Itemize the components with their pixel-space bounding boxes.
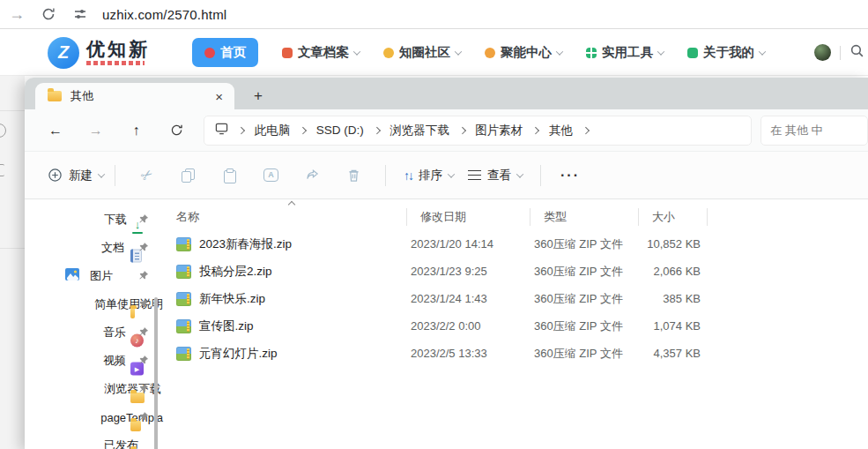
file-date: 2023/1/20 14:14: [407, 237, 530, 251]
copy-icon: [182, 168, 195, 183]
nav-label: 首页: [220, 44, 246, 61]
breadcrumb-browser-downloads[interactable]: 浏览器下载: [389, 123, 449, 138]
sidebar-item-pictures[interactable]: 图片: [25, 262, 163, 290]
chevron-right-icon: [459, 127, 466, 134]
chevron-down-icon: [353, 48, 360, 55]
sidebar-scrollbar[interactable]: [154, 297, 158, 449]
chevron-down-icon: [455, 48, 462, 55]
copy-button[interactable]: [167, 168, 209, 183]
divider: [0, 248, 25, 249]
file-size: 2,066 KB: [639, 265, 708, 278]
explorer-tab[interactable]: 其他 ×: [35, 83, 234, 109]
sidebar-label: 视频: [103, 353, 126, 369]
more-options-button[interactable]: ···: [560, 168, 580, 183]
main-nav: 首页 文章档案 知圈社区 聚能中心 实用工具: [192, 38, 765, 67]
explorer-tab-bar: 其他 × +: [25, 78, 868, 109]
file-row[interactable]: 2023新春海报.zip 2023/1/20 14:14 360压缩 ZIP 文…: [163, 230, 868, 258]
nav-item-hub[interactable]: 聚能中心: [485, 44, 562, 61]
nav-item-community[interactable]: 知圈社区: [383, 44, 461, 61]
divider: [540, 165, 541, 186]
tab-title: 其他: [70, 88, 204, 104]
sidebar-item-browser-downloads[interactable]: 浏览器下载: [25, 375, 163, 403]
breadcrumb-this-pc[interactable]: 此电脑: [255, 123, 291, 138]
sidebar-label: 文档: [101, 240, 124, 256]
chevron-right-icon: [532, 127, 539, 134]
sidebar-item-manual[interactable]: 简单使用说明: [25, 290, 163, 318]
paste-button[interactable]: [209, 168, 250, 183]
refresh-icon[interactable]: [165, 123, 188, 138]
divider: [707, 208, 708, 226]
file-row[interactable]: 宣传图.zip 2023/2/2 0:00 360压缩 ZIP 文件 1,074…: [163, 312, 868, 340]
tools-grid-icon: [586, 48, 597, 58]
search-icon[interactable]: [849, 43, 864, 62]
nav-item-tools[interactable]: 实用工具: [586, 44, 664, 61]
avatar[interactable]: [814, 44, 831, 61]
command-bar: 新建 ✂ ↑↓ 排序: [25, 152, 868, 199]
file-type: 360压缩 ZIP 文件: [530, 291, 639, 307]
sidebar-item-documents[interactable]: 文档: [25, 234, 163, 262]
url-field[interactable]: uzhix.com/2570.html: [102, 7, 226, 22]
sidebar-label: 音乐: [103, 325, 126, 340]
sidebar-item-videos[interactable]: 视频: [25, 347, 163, 375]
delete-button[interactable]: [333, 168, 375, 183]
breadcrumb[interactable]: 此电脑 SSD (D:) 浏览器下载 图片素材 其他: [204, 116, 752, 146]
logo-text: 优知新: [86, 40, 150, 58]
file-name: 宣传图.zip: [199, 318, 254, 334]
column-header-type[interactable]: 类型: [530, 204, 639, 230]
forward-icon[interactable]: →: [85, 123, 108, 138]
back-icon[interactable]: ←: [44, 123, 67, 138]
nav-label: 知圈社区: [399, 44, 450, 61]
column-label: 名称: [176, 209, 199, 225]
file-row[interactable]: 投稿分层2.zip 2023/1/23 9:25 360压缩 ZIP 文件 2,…: [163, 258, 868, 285]
view-button[interactable]: 查看: [468, 168, 523, 183]
new-button[interactable]: 新建: [48, 168, 104, 183]
chevron-right-icon: [582, 127, 590, 134]
nav-item-home[interactable]: 首页: [192, 38, 258, 67]
file-row[interactable]: 元宵幻灯片.zip 2023/2/5 13:33 360压缩 ZIP 文件 4,…: [163, 340, 868, 367]
sort-button[interactable]: ↑↓ 排序: [404, 168, 454, 183]
up-icon[interactable]: ↑: [125, 123, 148, 138]
file-type: 360压缩 ZIP 文件: [530, 318, 639, 334]
partial-clock-icon: [0, 123, 6, 138]
nav-item-archives[interactable]: 文章档案: [282, 44, 360, 61]
new-tab-icon[interactable]: +: [254, 87, 263, 105]
zip-file-icon: [176, 237, 191, 251]
trash-icon: [347, 168, 360, 183]
column-header-date[interactable]: 修改日期: [407, 204, 530, 230]
close-tab-icon[interactable]: ×: [212, 90, 226, 103]
column-header-name[interactable]: 名称: [163, 204, 407, 230]
breadcrumb-current[interactable]: 其他: [549, 123, 573, 138]
pin-icon: [138, 268, 149, 284]
explorer-search-input[interactable]: 在 其他 中: [760, 116, 868, 146]
pin-icon: [138, 296, 149, 312]
site-logo[interactable]: Z 优知新: [48, 37, 150, 69]
pin-icon: [138, 381, 149, 397]
sidebar-item-published[interactable]: 已发布: [25, 431, 163, 449]
sidebar-label: 下载: [104, 212, 127, 228]
forward-icon[interactable]: →: [7, 5, 26, 24]
file-size: 385 KB: [639, 292, 708, 305]
nav-item-about[interactable]: 关于我的: [687, 44, 765, 61]
site-settings-icon[interactable]: [70, 4, 90, 24]
file-row[interactable]: 新年快乐.zip 2023/1/24 1:43 360压缩 ZIP 文件 385…: [163, 285, 868, 312]
browser-toolbar: → uzhix.com/2570.html: [0, 0, 868, 29]
rename-button[interactable]: [250, 168, 292, 182]
file-name: 2023新春海报.zip: [199, 236, 292, 252]
breadcrumb-image-assets[interactable]: 图片素材: [475, 123, 523, 138]
column-header-size[interactable]: 大小: [639, 204, 708, 230]
share-button[interactable]: [292, 168, 333, 182]
view-lines-icon: [468, 170, 481, 180]
sidebar-item-downloads[interactable]: 下载: [25, 206, 163, 234]
zip-file-icon: [176, 265, 191, 279]
cut-button[interactable]: ✂: [126, 167, 167, 183]
nav-label: 文章档案: [298, 44, 349, 61]
pictures-icon: [65, 268, 79, 284]
refresh-icon[interactable]: [39, 4, 58, 24]
file-type: 360压缩 ZIP 文件: [530, 346, 639, 362]
about-icon: [687, 48, 698, 58]
breadcrumb-drive[interactable]: SSD (D:): [316, 123, 364, 137]
sidebar-item-page-template[interactable]: pageTempla: [25, 403, 163, 431]
file-date: 2023/1/23 9:25: [407, 265, 530, 278]
logo-mark-icon: Z: [48, 37, 79, 69]
sidebar-item-music[interactable]: 音乐: [25, 318, 163, 347]
